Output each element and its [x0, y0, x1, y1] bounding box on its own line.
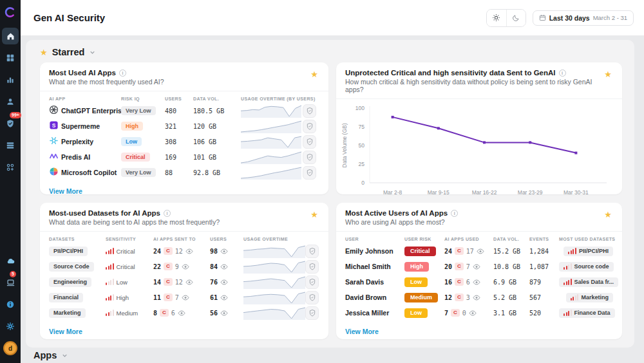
view-users-button[interactable] — [220, 310, 228, 316]
view-apps-button[interactable] — [473, 279, 480, 285]
sidebar-item-info[interactable] — [2, 296, 19, 313]
card-title: Most Active Users of AI Apps — [345, 209, 448, 217]
card-title: Unprotected Critical and high sensitivit… — [345, 69, 556, 77]
view-apps-button[interactable] — [185, 248, 193, 254]
view-more-link[interactable]: View More — [49, 187, 82, 194]
sidebar-item-alerts[interactable]: 99+ — [2, 115, 19, 132]
date-range-selector[interactable]: Last 30 days March 2 - 31 — [533, 10, 634, 26]
critical-count: 6 — [171, 310, 175, 317]
eye-icon — [182, 295, 189, 301]
policy-shield-button[interactable] — [303, 151, 316, 164]
policy-shield-button[interactable] — [303, 135, 316, 149]
eye-icon — [473, 295, 480, 301]
users-value: 308 — [165, 138, 193, 145]
sidebar-item-dashboard[interactable] — [2, 50, 19, 66]
table-row[interactable]: S Supermeme High 321 120 GB — [40, 118, 328, 134]
table-row[interactable]: Perplexity Low 308 106 GB — [40, 134, 328, 149]
svg-text:75: 75 — [359, 124, 365, 130]
table-row[interactable]: Sarah Davis Low 16 C 6 — [336, 274, 622, 290]
policy-shield-button[interactable] — [305, 306, 319, 320]
user-avatar[interactable]: d — [2, 340, 19, 357]
policy-shield-button[interactable] — [305, 260, 319, 274]
critical-count: 7 — [175, 294, 179, 301]
sidebar-item-settings[interactable] — [2, 318, 19, 335]
light-mode-button[interactable] — [487, 10, 506, 26]
eye-icon — [469, 310, 477, 316]
apps-used-count: 12 — [444, 294, 452, 301]
policy-shield-button[interactable] — [305, 275, 319, 289]
app-name: Perplexity — [61, 138, 93, 145]
policy-shield-button[interactable] — [303, 166, 316, 180]
view-users-button[interactable] — [220, 248, 228, 254]
sidebar-item-home[interactable] — [2, 28, 19, 44]
policy-shield-button[interactable] — [303, 120, 316, 133]
favorite-star-button[interactable]: ★ — [603, 69, 613, 80]
view-apps-button[interactable] — [182, 295, 189, 301]
eye-icon — [185, 279, 193, 285]
policy-shield-button[interactable] — [303, 104, 316, 118]
view-apps-button[interactable] — [473, 264, 480, 270]
table-row[interactable]: Jessica Miller Low 7 C 0 — [336, 305, 622, 321]
sidebar-item-devices[interactable]: 5 — [2, 274, 19, 291]
info-icon[interactable]: i — [559, 70, 566, 77]
table-row[interactable]: Microsoft Copilot Very Low 88 92.8 GB — [40, 165, 328, 180]
policy-shield-button[interactable] — [305, 291, 319, 304]
sidebar-item-analytics[interactable] — [2, 71, 19, 88]
sidebar-item-logs[interactable] — [2, 137, 19, 154]
sensitivity-bars-icon — [564, 263, 572, 270]
table-row[interactable]: Marketing Medium 8 C 6 — [40, 305, 328, 321]
table-row[interactable]: David Brown Medium 12 C 3 — [336, 290, 622, 305]
data-volume-value: 10.8 GB — [493, 263, 529, 270]
sidebar-item-cloud[interactable] — [2, 252, 19, 269]
view-apps-button[interactable] — [473, 295, 480, 301]
view-users-button[interactable] — [220, 279, 228, 285]
view-apps-button[interactable] — [178, 310, 185, 316]
favorite-star-button[interactable]: ★ — [309, 69, 319, 80]
card-most-used-ai-apps: Most Used AI Apps i What are the most fr… — [40, 62, 328, 194]
policy-shield-button[interactable] — [305, 245, 319, 258]
users-count: 56 — [210, 310, 218, 317]
usage-sparkline — [243, 259, 305, 274]
table-row[interactable]: Predis AI Critical 169 101 GB — [40, 149, 328, 165]
table-row[interactable]: Michael Smith High 20 C 7 — [336, 259, 622, 274]
chevron-down-icon[interactable] — [89, 49, 96, 56]
dark-mode-button[interactable] — [506, 10, 526, 26]
view-apps-button[interactable] — [182, 264, 189, 270]
favorite-star-button[interactable]: ★ — [309, 209, 319, 220]
table-row[interactable]: Emily Johnson Critical 24 C 17 — [336, 243, 622, 259]
favorite-star-button[interactable]: ★ — [603, 209, 613, 220]
data-volume-value: 101 GB — [193, 154, 241, 161]
info-icon[interactable]: i — [164, 210, 171, 217]
shield-icon — [309, 263, 316, 270]
view-users-button[interactable] — [220, 264, 228, 270]
sidebar-item-users[interactable] — [2, 93, 19, 110]
table-row[interactable]: ChatGPT Enterprise Very Low 480 180.5 GB — [40, 103, 328, 118]
sensitivity-bars-icon — [106, 263, 114, 270]
dataset-chip: Marketing — [49, 308, 86, 318]
info-icon[interactable]: i — [119, 70, 126, 77]
users-value: 88 — [165, 169, 193, 176]
shield-icon — [307, 154, 313, 161]
most-used-datasets-rows: PII/PCI/PHI Critical 24 C 12 — [40, 243, 328, 321]
chevron-down-icon[interactable] — [61, 352, 68, 359]
usage-sparkline — [241, 119, 303, 133]
info-icon[interactable]: i — [451, 210, 458, 217]
table-row[interactable]: Financial High 11 C 7 — [40, 290, 328, 305]
card-subtitle: What data are being sent to AI apps the … — [49, 218, 220, 226]
app-logo[interactable] — [4, 6, 17, 19]
view-apps-button[interactable] — [469, 310, 477, 316]
sidebar-item-integrations[interactable] — [2, 159, 19, 176]
users-value: 169 — [165, 154, 193, 161]
view-users-button[interactable] — [220, 295, 228, 301]
view-more-link[interactable]: View More — [345, 328, 379, 335]
app-name: Supermeme — [61, 122, 100, 130]
table-row[interactable]: Engineering Low 14 C 12 — [40, 274, 328, 290]
view-more-link[interactable]: View More — [49, 328, 82, 335]
view-apps-button[interactable] — [185, 279, 193, 285]
shield-icon — [307, 169, 313, 176]
table-row[interactable]: Source Code Critical 22 C 9 — [40, 259, 328, 274]
view-apps-button[interactable] — [477, 248, 484, 254]
svg-text:Data Volume (GB): Data Volume (GB) — [341, 123, 348, 167]
apps-sent-count: 8 — [153, 310, 157, 317]
table-row[interactable]: PII/PCI/PHI Critical 24 C 12 — [40, 243, 328, 259]
